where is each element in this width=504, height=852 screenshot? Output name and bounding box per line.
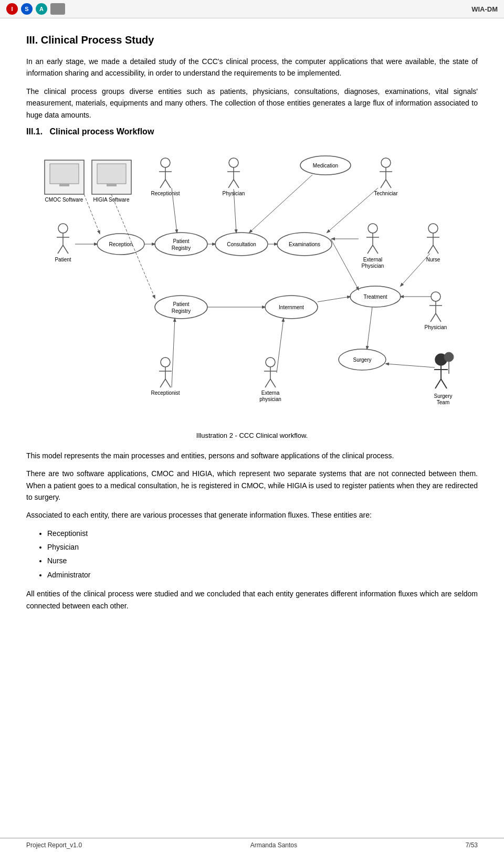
- receptionist1-label: Receptionist: [151, 191, 180, 196]
- surgery-team-leg1: [435, 379, 441, 388]
- entities-list: Receptionist Physician Nurse Administrat…: [47, 528, 478, 581]
- receptionist2-leg1: [160, 379, 165, 387]
- nurse-label: Nurse: [426, 257, 440, 262]
- higia-stand: [107, 184, 117, 186]
- after-diagram-p2: There are two software applications, CMO…: [26, 468, 478, 503]
- intro-paragraph-1: In an early stage, we made a detailed st…: [26, 56, 478, 79]
- toolbar-icons: I S A: [6, 3, 65, 15]
- after-diagram-p3: Associated to each entity, there are var…: [26, 509, 478, 521]
- patient-label: Patient: [55, 257, 71, 262]
- after-diagram-p1: This model represents the main processes…: [26, 450, 478, 461]
- top-bar: I S A WIA-DM: [0, 0, 504, 18]
- intro-paragraph-2: The clinical process groups diverse enti…: [26, 86, 478, 121]
- workflow-diagram: CMOC Software HIGIA Software Receptionis…: [26, 147, 478, 420]
- examinations-label: Examinations: [289, 241, 320, 247]
- technician-examinations-arrow: [327, 188, 378, 233]
- surgery-team-label1: Surgery: [434, 393, 452, 399]
- cmoc-label: CMOC Software: [45, 197, 83, 203]
- physician2-label: Physician: [425, 324, 447, 330]
- treatment-label: Treatment: [363, 294, 387, 300]
- ext-physician2-leg2: [270, 379, 276, 387]
- ext-physician-leg2: [373, 245, 378, 254]
- ext-physician2-label1: Externa: [261, 390, 280, 396]
- footer: Project Report_v1.0 Armanda Santos 7/53: [0, 838, 504, 852]
- higia-screen: [97, 164, 126, 184]
- physician1-leg2: [234, 180, 239, 188]
- workflow-svg: CMOC Software HIGIA Software Receptionis…: [34, 147, 470, 420]
- technician-leg2: [386, 180, 391, 188]
- icon-i: I: [6, 3, 18, 15]
- nurse-head: [428, 224, 438, 233]
- nurse-treatment-arrow: [401, 254, 430, 286]
- cmoc-stand: [59, 184, 69, 186]
- patient-reg2-label2: Registry: [172, 308, 191, 314]
- ext-physician2-head: [266, 357, 275, 367]
- ext-physician2-leg1: [265, 379, 270, 387]
- section-heading: III. Clinical Process Study: [26, 34, 478, 46]
- main-content: III. Clinical Process Study In an early …: [0, 18, 504, 628]
- receptionist2-leg2: [165, 379, 171, 387]
- list-item-physician: Physician: [47, 541, 478, 553]
- receptionist1-leg1: [160, 180, 165, 188]
- footer-left: Project Report_v1.0: [26, 842, 82, 849]
- patient-reg2-label1: Patient: [173, 301, 189, 307]
- receptionist1-leg2: [165, 180, 171, 188]
- extphysician2-internment-arrow: [277, 319, 284, 373]
- internment-treatment-arrow: [318, 297, 350, 302]
- receptionist2-head: [161, 357, 170, 367]
- patient-leg1: [58, 245, 63, 254]
- medication-consultation-arrow: [249, 175, 312, 233]
- surgery-label: Surgery: [353, 357, 371, 363]
- treatment-surgery-arrow: [367, 307, 372, 349]
- ext-physician-label1: External: [363, 257, 383, 262]
- technician-leg1: [381, 180, 386, 188]
- physician1-head: [229, 158, 238, 167]
- physician2-head: [431, 292, 440, 301]
- footer-center: Armanda Santos: [250, 842, 297, 849]
- receptionist2-label: Receptionist: [151, 390, 180, 396]
- list-item-nurse: Nurse: [47, 555, 478, 566]
- receptionist1-head: [161, 158, 170, 167]
- surgery-team-leg2: [441, 379, 447, 388]
- patient-reg1-label2: Registry: [172, 245, 191, 251]
- higia-label: HIGIA Software: [93, 197, 130, 203]
- patient-leg2: [63, 245, 68, 254]
- nurse-leg2: [433, 245, 438, 254]
- patient-head: [58, 224, 68, 233]
- ext-physician-head: [368, 224, 377, 233]
- icon-a: A: [36, 3, 47, 15]
- reception-label: Reception: [109, 241, 132, 247]
- list-item-administrator: Administrator: [47, 569, 478, 581]
- subsection-heading: III.1. Clinical process Workflow: [26, 127, 478, 136]
- icon-extra: [50, 3, 65, 15]
- patient-reg2-node: [155, 296, 207, 319]
- ext-physician-label2: Physician: [362, 263, 384, 269]
- cmoc-screen: [50, 164, 79, 184]
- receptionist2-patientreg2-arrow: [172, 319, 175, 387]
- nurse-leg1: [428, 245, 433, 254]
- consultation-label: Consultation: [227, 241, 256, 247]
- physician2-leg2: [436, 313, 441, 322]
- ext-physician-leg1: [368, 245, 373, 254]
- surgery-team-label2: Team: [437, 399, 449, 405]
- patient-reg1-node: [155, 233, 207, 256]
- physician2-leg1: [430, 313, 436, 322]
- examinations-treatment-arrow: [331, 239, 359, 290]
- patient-reg1-label1: Patient: [173, 238, 189, 244]
- internment-label: Internment: [279, 304, 304, 310]
- list-item-receptionist: Receptionist: [47, 528, 478, 539]
- footer-right: 7/53: [466, 842, 478, 849]
- icon-s: S: [21, 3, 33, 15]
- app-title: WIA-DM: [471, 5, 498, 13]
- technician-label: Techniciar: [374, 191, 398, 196]
- diagram-caption: Illustration 2 - CCC Clinical workflow.: [26, 430, 478, 441]
- physician1-leg1: [228, 180, 234, 188]
- technician-head: [381, 158, 391, 167]
- surgeryteam-surgery-arrow: [386, 364, 435, 367]
- surgery-team-head2: [444, 352, 454, 362]
- medication-label: Medication: [313, 163, 338, 169]
- conclusion-paragraph: All entities of the clinical process wer…: [26, 588, 478, 612]
- ext-physician2-label2: physician: [259, 396, 281, 402]
